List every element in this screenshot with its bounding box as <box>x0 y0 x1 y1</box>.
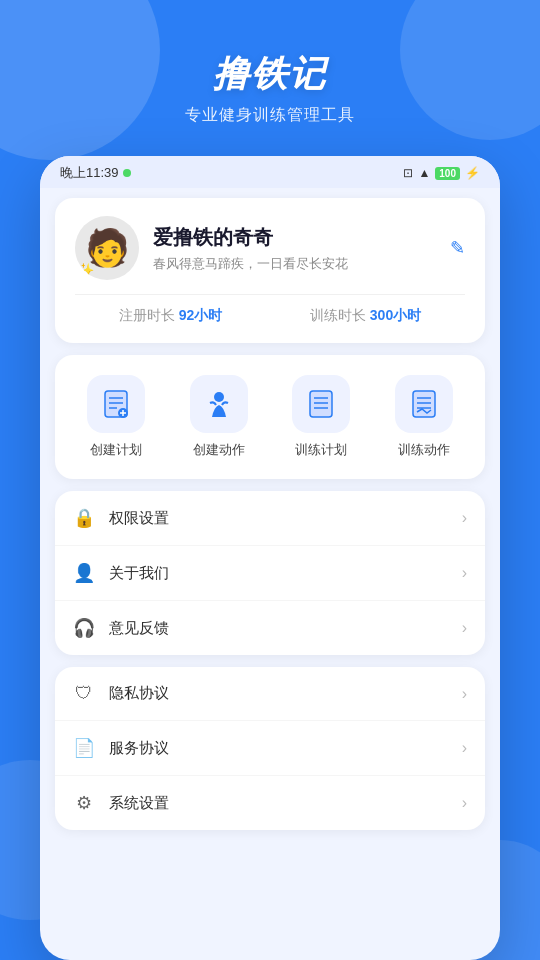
service-icon: 📄 <box>73 737 95 759</box>
profile-name: 爱撸铁的奇奇 <box>153 224 450 251</box>
edit-button[interactable]: ✎ <box>450 237 465 259</box>
action-train-move-label: 训练动作 <box>398 441 450 459</box>
battery-badge: 100 <box>435 167 460 180</box>
phone-content: 🧑 ✨ 爱撸铁的奇奇 春风得意马蹄疾，一日看尽长安花 ✎ 注册时长 92小时 <box>40 188 500 850</box>
time-text: 晚上11:39 <box>60 164 119 182</box>
service-label: 服务协议 <box>109 739 462 758</box>
train-move-icon-bg <box>395 375 453 433</box>
permissions-arrow: › <box>462 509 467 527</box>
create-plan-icon-bg <box>87 375 145 433</box>
menu-section-2: 🛡 隐私协议 › 📄 服务协议 › ⚙ 系统设置 › <box>55 667 485 830</box>
service-arrow: › <box>462 739 467 757</box>
train-plan-icon-bg <box>292 375 350 433</box>
profile-card: 🧑 ✨ 爱撸铁的奇奇 春风得意马蹄疾，一日看尽长安花 ✎ 注册时长 92小时 <box>55 198 485 343</box>
status-icons: ⊡ ▲ 100 ⚡ <box>403 166 480 180</box>
about-icon: 👤 <box>73 562 95 584</box>
create-move-icon-bg <box>190 375 248 433</box>
app-title: 撸铁记 <box>185 50 355 99</box>
about-arrow: › <box>462 564 467 582</box>
profile-info: 爱撸铁的奇奇 春风得意马蹄疾，一日看尽长安花 <box>153 224 450 273</box>
status-time: 晚上11:39 <box>60 164 131 182</box>
action-train-move[interactable]: 训练动作 <box>395 375 453 459</box>
stat-train: 训练时长 300小时 <box>310 307 421 325</box>
profile-motto: 春风得意马蹄疾，一日看尽长安花 <box>153 255 450 273</box>
action-train-plan[interactable]: 训练计划 <box>292 375 350 459</box>
page-wrapper: 撸铁记 专业健身训练管理工具 晚上11:39 ⊡ ▲ 100 ⚡ <box>0 0 540 960</box>
privacy-arrow: › <box>462 685 467 703</box>
menu-item-about[interactable]: 👤 关于我们 › <box>55 546 485 601</box>
settings-icon: ⚙ <box>73 792 95 814</box>
feedback-label: 意见反馈 <box>109 619 462 638</box>
menu-item-feedback[interactable]: 🎧 意见反馈 › <box>55 601 485 655</box>
menu-item-permissions[interactable]: 🔒 权限设置 › <box>55 491 485 546</box>
lock-icon: 🔒 <box>73 507 95 529</box>
train-value: 300小时 <box>370 307 421 323</box>
bolt-icon: ⚡ <box>465 166 480 180</box>
action-create-move-label: 创建动作 <box>193 441 245 459</box>
feedback-arrow: › <box>462 619 467 637</box>
svg-rect-8 <box>310 391 332 417</box>
settings-arrow: › <box>462 794 467 812</box>
phone-mockup: 晚上11:39 ⊡ ▲ 100 ⚡ 🧑 ✨ 爱撸铁的奇奇 <box>40 156 500 960</box>
svg-point-7 <box>214 392 224 402</box>
image-icon: ⊡ <box>403 166 413 180</box>
action-create-move[interactable]: 创建动作 <box>190 375 248 459</box>
train-plan-icon <box>306 389 336 419</box>
about-label: 关于我们 <box>109 564 462 583</box>
action-train-plan-label: 训练计划 <box>295 441 347 459</box>
menu-item-settings[interactable]: ⚙ 系统设置 › <box>55 776 485 830</box>
create-plan-icon <box>101 389 131 419</box>
feedback-icon: 🎧 <box>73 617 95 639</box>
profile-stats: 注册时长 92小时 训练时长 300小时 <box>75 294 465 325</box>
status-dot <box>123 169 131 177</box>
permissions-label: 权限设置 <box>109 509 462 528</box>
action-create-plan[interactable]: 创建计划 <box>87 375 145 459</box>
privacy-icon: 🛡 <box>73 683 95 704</box>
app-subtitle: 专业健身训练管理工具 <box>185 105 355 126</box>
action-create-plan-label: 创建计划 <box>90 441 142 459</box>
star-badge: ✨ <box>77 262 94 278</box>
menu-item-privacy[interactable]: 🛡 隐私协议 › <box>55 667 485 721</box>
stat-register: 注册时长 92小时 <box>119 307 222 325</box>
settings-label: 系统设置 <box>109 794 462 813</box>
avatar-container: 🧑 ✨ <box>75 216 139 280</box>
register-label: 注册时长 <box>119 307 175 323</box>
profile-top: 🧑 ✨ 爱撸铁的奇奇 春风得意马蹄疾，一日看尽长安花 ✎ <box>75 216 465 280</box>
header: 撸铁记 专业健身训练管理工具 <box>185 0 355 126</box>
svg-rect-12 <box>413 391 435 417</box>
status-bar: 晚上11:39 ⊡ ▲ 100 ⚡ <box>40 156 500 188</box>
wifi-icon: ▲ <box>418 166 430 180</box>
register-value: 92小时 <box>179 307 223 323</box>
menu-section-1: 🔒 权限设置 › 👤 关于我们 › 🎧 意见反馈 › <box>55 491 485 655</box>
quick-actions: 创建计划 创建动作 <box>55 355 485 479</box>
menu-item-service[interactable]: 📄 服务协议 › <box>55 721 485 776</box>
create-move-icon <box>204 389 234 419</box>
privacy-label: 隐私协议 <box>109 684 462 703</box>
train-move-icon <box>409 389 439 419</box>
train-label: 训练时长 <box>310 307 366 323</box>
